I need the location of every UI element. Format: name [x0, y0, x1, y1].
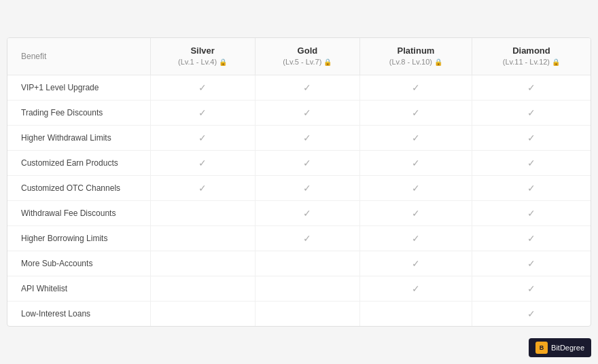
benefit-cell: Higher Borrowing Limits — [7, 225, 150, 251]
platinum-cell — [360, 251, 472, 276]
platinum-cell — [360, 100, 472, 125]
gold-cell — [255, 276, 359, 301]
silver-lock-icon: 🔒 — [219, 58, 227, 66]
check-icon — [412, 132, 420, 143]
gold-cell — [255, 175, 359, 200]
gold-cell — [255, 301, 359, 326]
check-icon — [527, 233, 535, 244]
diamond-column-header: Diamond (Lv.11 - Lv.12) 🔒 — [472, 38, 591, 75]
gold-lock-icon: 🔒 — [323, 58, 332, 66]
check-icon — [303, 158, 311, 168]
bitdegree-badge: B BitDegree — [529, 338, 591, 357]
gold-cell — [255, 100, 359, 125]
benefit-cell: Withdrawal Fee Discounts — [7, 200, 150, 225]
bitdegree-icon: B — [535, 342, 548, 354]
check-icon — [412, 233, 420, 244]
table-row: Customized Earn Products — [7, 150, 591, 175]
check-icon — [303, 233, 311, 244]
check-icon — [527, 258, 535, 269]
table-row: Withdrawal Fee Discounts — [7, 200, 591, 225]
benefits-table: Benefit Silver (Lv.1 - Lv.4) 🔒 Gold (Lv.… — [7, 37, 591, 327]
check-icon — [303, 208, 311, 219]
benefit-cell: Higher Withdrawal Limits — [7, 125, 150, 150]
diamond-lock-icon: 🔒 — [552, 58, 560, 66]
diamond-cell — [472, 75, 591, 100]
gold-column-header: Gold (Lv.5 - Lv.7) 🔒 — [255, 38, 359, 75]
gold-cell — [255, 125, 359, 150]
diamond-cell — [472, 100, 591, 125]
platinum-cell — [360, 200, 472, 225]
benefit-cell: Customized Earn Products — [7, 150, 150, 175]
table-row: VIP+1 Level Upgrade — [7, 75, 591, 100]
benefit-cell: Customized OTC Channels — [7, 175, 150, 200]
silver-column-header: Silver (Lv.1 - Lv.4) 🔒 — [150, 38, 255, 75]
silver-cell — [150, 301, 255, 326]
check-icon — [527, 283, 535, 294]
benefit-cell: VIP+1 Level Upgrade — [7, 75, 150, 100]
diamond-cell — [472, 225, 591, 251]
check-icon — [527, 183, 535, 194]
platinum-column-header: Platinum (Lv.8 - Lv.10) 🔒 — [360, 38, 472, 75]
silver-cell — [150, 125, 255, 150]
platinum-cell — [360, 175, 472, 200]
check-icon — [303, 132, 311, 143]
table-row: More Sub-Accounts — [7, 251, 591, 276]
check-icon — [198, 158, 207, 168]
gold-cell — [255, 75, 359, 100]
gold-cell — [255, 200, 359, 225]
silver-cell — [150, 75, 255, 100]
silver-cell — [150, 200, 255, 225]
check-icon — [198, 183, 207, 194]
check-icon — [303, 107, 311, 118]
table-row: Low-Interest Loans — [7, 301, 591, 326]
platinum-cell — [360, 150, 472, 175]
check-icon — [527, 208, 535, 219]
check-icon — [198, 82, 207, 93]
diamond-cell — [472, 150, 591, 175]
check-icon — [527, 107, 535, 118]
check-icon — [527, 158, 535, 168]
platinum-cell — [360, 225, 472, 251]
check-icon — [527, 308, 535, 319]
silver-cell — [150, 175, 255, 200]
platinum-cell — [360, 125, 472, 150]
diamond-cell — [472, 301, 591, 326]
table-row: API Whitelist — [7, 276, 591, 301]
gold-cell — [255, 251, 359, 276]
check-icon — [527, 82, 535, 93]
check-icon — [412, 82, 420, 93]
diamond-cell — [472, 125, 591, 150]
benefit-cell: Low-Interest Loans — [7, 301, 150, 326]
silver-cell — [150, 100, 255, 125]
benefit-column-header: Benefit — [7, 38, 150, 75]
bitdegree-label: BitDegree — [551, 344, 584, 352]
benefit-cell: More Sub-Accounts — [7, 251, 150, 276]
silver-cell — [150, 150, 255, 175]
table-row: Higher Withdrawal Limits — [7, 125, 591, 150]
check-icon — [412, 158, 420, 168]
table-row: Customized OTC Channels — [7, 175, 591, 200]
platinum-cell — [360, 301, 472, 326]
platinum-cell — [360, 75, 472, 100]
check-icon — [412, 258, 420, 269]
benefit-cell: Trading Fee Discounts — [7, 100, 150, 125]
silver-cell — [150, 225, 255, 251]
table-header-row: Benefit Silver (Lv.1 - Lv.4) 🔒 Gold (Lv.… — [7, 38, 591, 75]
check-icon — [412, 208, 420, 219]
gold-cell — [255, 225, 359, 251]
diamond-cell — [472, 175, 591, 200]
table-row: Higher Borrowing Limits — [7, 225, 591, 251]
check-icon — [412, 183, 420, 194]
check-icon — [198, 107, 207, 118]
platinum-cell — [360, 276, 472, 301]
diamond-cell — [472, 251, 591, 276]
benefit-cell: API Whitelist — [7, 276, 150, 301]
check-icon — [527, 132, 535, 143]
diamond-cell — [472, 276, 591, 301]
check-icon — [198, 132, 207, 143]
check-icon — [303, 183, 311, 194]
silver-cell — [150, 276, 255, 301]
silver-cell — [150, 251, 255, 276]
table-row: Trading Fee Discounts — [7, 100, 591, 125]
platinum-lock-icon: 🔒 — [434, 58, 442, 66]
